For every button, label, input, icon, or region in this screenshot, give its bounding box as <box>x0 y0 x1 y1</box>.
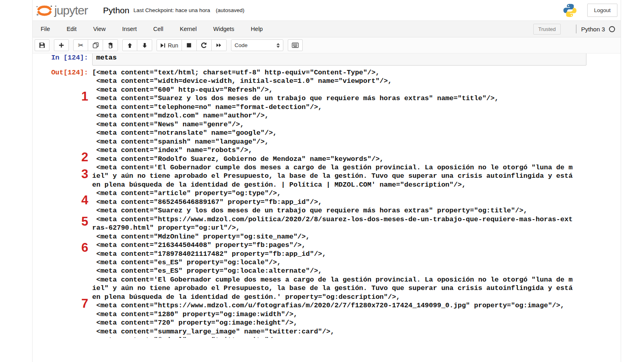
jupyter-app: jupyter Python Last Checkpoint: hace una… <box>32 0 621 362</box>
notebook-area: In [124]: metas Out[124]: [<meta content… <box>33 53 621 338</box>
menu-insert[interactable]: Insert <box>122 26 137 32</box>
annotation-number-2: 2 <box>78 152 91 162</box>
code-cell-output: Out[124]: [<meta content="text/html; cha… <box>33 68 621 338</box>
output-prompt: Out[124]: <box>33 68 88 77</box>
restart-kernel-button[interactable] <box>197 39 212 51</box>
python-logo-icon <box>562 3 578 18</box>
menubar: File Edit View Insert Cell Kernel Widget… <box>33 21 621 37</box>
stop-icon <box>186 43 192 48</box>
checkpoint-status: Last Checkpoint: hace una hora <box>133 7 210 13</box>
move-down-icon <box>142 43 147 48</box>
cell-type-value: Code <box>235 42 277 48</box>
run-icon <box>160 43 165 48</box>
move-cell-down-button[interactable] <box>137 39 152 51</box>
annotation-number-6: 6 <box>78 243 91 253</box>
menu-view[interactable]: View <box>93 26 105 32</box>
menu-file[interactable]: File <box>41 26 50 32</box>
logout-button[interactable]: Logout <box>587 4 617 17</box>
annotation-number-1: 1 <box>78 91 91 102</box>
autosave-status: (autosaved) <box>216 7 244 13</box>
command-palette-keyboard-icon <box>292 43 299 48</box>
add-cell-icon <box>59 43 64 48</box>
menu-widgets[interactable]: Widgets <box>213 26 234 32</box>
jupyter-logo[interactable]: jupyter <box>35 4 88 17</box>
code-editor[interactable]: metas <box>92 53 586 66</box>
annotation-number-3: 3 <box>78 169 91 179</box>
move-cell-up-button[interactable] <box>122 39 137 51</box>
notebook-title[interactable]: Python <box>103 6 129 15</box>
code-cell-input: In [124]: metas <box>33 53 621 66</box>
menu-edit[interactable]: Edit <box>66 26 76 32</box>
notebook-header: jupyter Python Last Checkpoint: hace una… <box>33 0 621 21</box>
kernel-name: Python 3 <box>581 26 605 33</box>
save-icon <box>39 42 45 48</box>
move-up-icon <box>127 43 132 48</box>
paste-icon <box>107 42 114 48</box>
menu-cell[interactable]: Cell <box>153 26 163 32</box>
run-button-label: Run <box>168 42 178 49</box>
command-palette-button[interactable] <box>288 39 303 51</box>
copy-cell-button[interactable] <box>88 39 103 51</box>
save-button[interactable] <box>35 39 50 51</box>
output-text: [<meta content="text/html; charset=utf-8… <box>92 68 597 338</box>
copy-icon <box>93 42 99 48</box>
restart-kernel-icon <box>201 42 207 48</box>
trusted-badge: Trusted <box>533 24 561 35</box>
menu-help[interactable]: Help <box>251 26 263 32</box>
paste-cell-button[interactable] <box>103 39 118 51</box>
interrupt-kernel-button[interactable] <box>182 39 197 51</box>
cut-cell-button[interactable]: ✂ <box>73 39 88 51</box>
annotation-number-7: 7 <box>78 298 91 309</box>
menu-kernel[interactable]: Kernel <box>180 26 197 32</box>
annotation-number-5: 5 <box>78 216 91 227</box>
fast-forward-icon <box>216 43 222 48</box>
restart-run-all-button[interactable] <box>212 39 227 51</box>
cut-icon: ✂ <box>78 42 83 49</box>
add-cell-button[interactable] <box>54 39 69 51</box>
select-updown-icon <box>277 43 280 48</box>
kernel-idle-indicator-icon <box>609 26 615 32</box>
jupyter-logo-text: jupyter <box>54 4 88 17</box>
toolbar: ✂ Run <box>33 37 621 53</box>
kernel-divider <box>576 25 576 33</box>
annotation-number-4: 4 <box>78 195 91 206</box>
run-cell-button[interactable]: Run <box>157 39 182 51</box>
cell-type-dropdown[interactable]: Code <box>231 39 283 51</box>
jupyter-logo-icon <box>35 4 54 17</box>
input-prompt: In [124]: <box>33 53 88 62</box>
input-code: metas <box>96 54 117 62</box>
